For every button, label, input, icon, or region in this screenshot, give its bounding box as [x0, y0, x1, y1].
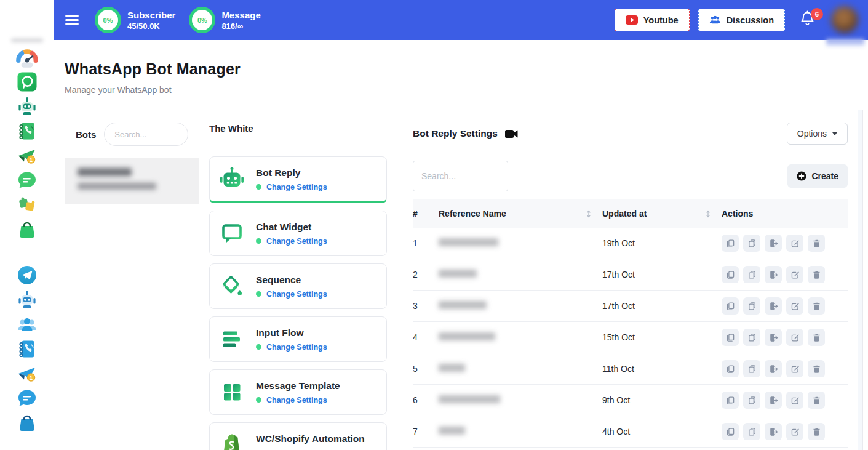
copy-button[interactable] — [743, 266, 760, 283]
delete-button[interactable] — [808, 235, 825, 252]
subscriber-value: 45/50.0K — [127, 22, 175, 31]
sidebar-item-telegram-chat[interactable] — [16, 388, 38, 411]
copy-button[interactable] — [743, 392, 760, 409]
trash-icon — [812, 302, 821, 311]
bot-list-item-selected[interactable] — [65, 158, 199, 204]
card-message-template[interactable]: Message Template Change Settings — [209, 369, 387, 415]
row-number: 4 — [413, 332, 439, 342]
create-button[interactable]: Create — [787, 164, 848, 188]
youtube-button[interactable]: Youtube — [615, 9, 690, 31]
edit-button[interactable] — [786, 297, 803, 315]
col-reference-name: Reference Name — [439, 209, 506, 219]
card-sequence[interactable]: Sequence Change Settings — [209, 263, 387, 309]
delete-button[interactable] — [808, 297, 825, 315]
table-body: 1 19th Oct — [413, 228, 848, 450]
sidebar-item-dashboard[interactable] — [16, 47, 38, 70]
delete-button[interactable] — [808, 329, 825, 346]
copy-button[interactable] — [743, 329, 760, 346]
card-input-flow[interactable]: Input Flow Change Settings — [209, 316, 387, 362]
edit-button[interactable] — [786, 423, 803, 440]
edit-button[interactable] — [786, 329, 803, 346]
delete-button[interactable] — [808, 423, 825, 440]
settings-column: The White Bot Reply Change Settings — [199, 110, 397, 450]
sidebar-item-whatsapp-campaign[interactable]: 1 — [16, 146, 38, 168]
duplicate-button[interactable] — [722, 266, 739, 283]
copy-icon — [747, 239, 757, 248]
duplicate-button[interactable] — [722, 423, 739, 440]
sort-icon[interactable] — [705, 210, 712, 218]
change-settings-link[interactable]: Change Settings — [266, 396, 327, 404]
plus-circle-icon — [797, 171, 806, 181]
sidebar-item-telegram[interactable] — [16, 265, 38, 287]
copy-button[interactable] — [743, 235, 760, 252]
duplicate-button[interactable] — [722, 235, 739, 252]
sort-icon[interactable] — [586, 210, 592, 218]
sidebar-item-telegram-group[interactable] — [16, 315, 38, 337]
change-settings-link[interactable]: Change Settings — [266, 183, 327, 191]
edit-button[interactable] — [786, 235, 803, 252]
duplicate-button[interactable] — [722, 360, 739, 377]
export-button[interactable] — [765, 360, 782, 377]
duplicate-button[interactable] — [722, 329, 739, 346]
users-group-icon — [17, 314, 38, 337]
duplicate-button[interactable] — [722, 392, 739, 409]
discussion-button[interactable]: Discussion — [698, 9, 785, 31]
export-button[interactable] — [765, 329, 782, 346]
change-settings-link[interactable]: Change Settings — [266, 290, 327, 299]
sidebar-item-whatsapp-bot[interactable] — [16, 97, 38, 119]
edit-button[interactable] — [786, 360, 803, 377]
sidebar-item-whatsapp-chat[interactable] — [16, 171, 38, 193]
edit-button[interactable] — [786, 392, 803, 409]
card-wc-shopify[interactable]: WC/Shopify Automation Change Settings — [209, 422, 387, 450]
delete-button[interactable] — [808, 392, 825, 409]
reply-search-input[interactable] — [413, 161, 508, 191]
table-row: 7 4th Oct — [413, 416, 848, 448]
reference-name-redacted — [439, 332, 495, 340]
duplicate-icon — [726, 364, 735, 374]
export-button[interactable] — [765, 235, 782, 252]
sidebar-item-whatsapp[interactable] — [16, 72, 38, 94]
change-settings-link[interactable]: Change Settings — [266, 343, 327, 352]
export-button[interactable] — [765, 297, 782, 315]
card-bot-reply[interactable]: Bot Reply Change Settings — [209, 156, 387, 203]
trash-icon — [812, 333, 821, 342]
brand-redacted — [11, 38, 43, 42]
video-camera-icon[interactable] — [505, 129, 518, 139]
sidebar-item-telegram-campaign[interactable]: 1 — [16, 364, 38, 386]
duplicate-button[interactable] — [722, 297, 739, 315]
panel-scrollbar[interactable] — [858, 110, 862, 450]
change-settings-link[interactable]: Change Settings — [266, 237, 327, 246]
edit-icon — [790, 364, 800, 374]
notifications-button[interactable]: 6 — [800, 10, 815, 30]
export-button[interactable] — [765, 392, 782, 409]
edit-button[interactable] — [786, 266, 803, 283]
copy-button[interactable] — [743, 297, 760, 315]
export-icon — [769, 427, 778, 436]
sidebar-item-whatsapp-shop[interactable] — [16, 220, 38, 242]
export-icon — [769, 364, 778, 374]
user-avatar[interactable] — [831, 6, 859, 34]
bots-search-input[interactable] — [104, 123, 188, 146]
whatsapp-icon — [17, 71, 38, 95]
delete-button[interactable] — [808, 360, 825, 377]
copy-icon — [747, 302, 757, 311]
sidebar-item-integration[interactable] — [16, 195, 38, 217]
card-title: Input Flow — [256, 327, 327, 339]
export-button[interactable] — [765, 266, 782, 283]
copy-button[interactable] — [743, 360, 760, 377]
card-chat-widget[interactable]: Chat Widget Change Settings — [209, 211, 387, 256]
export-button[interactable] — [765, 423, 782, 440]
subscriber-stat: 0% Subscriber 45/50.0K — [95, 7, 175, 33]
hamburger-menu-button[interactable] — [65, 15, 79, 25]
options-dropdown-button[interactable]: Options — [787, 123, 848, 145]
delete-button[interactable] — [808, 266, 825, 283]
duplicate-icon — [726, 333, 735, 342]
sidebar-item-telegram-bot[interactable] — [16, 290, 38, 312]
copy-icon — [747, 333, 757, 342]
table-row: 6 9th Oct — [413, 385, 848, 416]
sidebar-item-whatsapp-contacts[interactable] — [16, 121, 38, 143]
copy-button[interactable] — [743, 423, 760, 440]
sidebar-item-telegram-shop[interactable] — [16, 413, 38, 435]
youtube-button-label: Youtube — [643, 15, 679, 25]
sidebar-item-telegram-contacts[interactable] — [16, 339, 38, 361]
